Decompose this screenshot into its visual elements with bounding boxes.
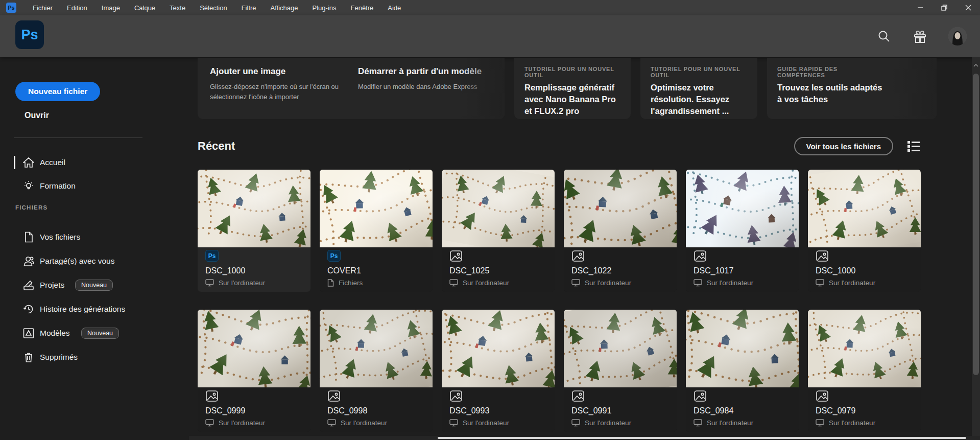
start-template-subtitle: Modifier un modèle dans Adobe Express [358,82,496,92]
vertical-scrollbar[interactable] [972,57,980,440]
file-card-dsc-0993-8[interactable]: DSC_0993 Sur l'ordinateur [442,310,555,432]
menu-texte[interactable]: Texte [164,0,190,15]
file-name: DSC_0979 [816,406,913,415]
tutorial-card-generative-fill[interactable]: TUTORIEL POUR UN NOUVEL OUTIL Remplissag… [514,58,631,119]
restore-icon [941,5,947,11]
file-location: Sur l'ordinateur [205,419,303,427]
menu-plug-ins[interactable]: Plug-ins [307,0,342,15]
menu-calque[interactable]: Calque [129,0,160,15]
file-card-dsc-0979-11[interactable]: DSC_0979 Sur l'ordinateur [808,310,921,432]
new-file-button[interactable]: Nouveau fichier [15,82,100,101]
menu-affichage[interactable]: Affichage [266,0,303,15]
file-location: Fichiers [327,279,425,287]
whats-new-gift-icon[interactable] [913,29,927,43]
file-location: Sur l'ordinateur [327,419,425,427]
cloud-document-icon [327,279,334,287]
sidebar-item-accueil[interactable]: Accueil [0,152,174,173]
file-location: Sur l'ordinateur [816,419,913,427]
view-all-files-button[interactable]: Voir tous les fichiers [794,137,893,155]
sidebar-item-histoire-des-generations[interactable]: Histoire des générations [0,299,174,319]
computer-icon [449,279,458,287]
thumbnail-image [564,170,677,247]
file-card-dsc-1000-5[interactable]: DSC_1000 Sur l'ordinateur [808,170,921,292]
menu-filtre[interactable]: Filtre [236,0,261,15]
menu-image[interactable]: Image [97,0,125,15]
menu-edition[interactable]: Edition [62,0,92,15]
file-thumbnail [564,170,677,247]
file-thumbnail [808,310,921,387]
sidebar-item-vos-fichiers[interactable]: Vos fichiers [0,227,174,247]
sidebar-item-formation[interactable]: Formation [0,176,174,196]
computer-icon [816,279,824,287]
file-location: Sur l'ordinateur [571,419,669,427]
image-file-icon [816,390,829,402]
file-location: Sur l'ordinateur [449,419,547,427]
add-image-subtitle: Glissez-déposez n'importe où sur l'écran… [210,82,356,102]
file-card-dsc-1025-2[interactable]: DSC_1025 Sur l'ordinateur [442,170,555,292]
scroll-up-arrow-icon[interactable] [972,61,980,70]
horizontal-scrollbar-thumb[interactable] [438,437,966,439]
menu-fenetre[interactable]: Fenêtre [346,0,379,15]
vertical-scrollbar-thumb[interactable] [973,74,979,375]
file-card-dsc-1017-4[interactable]: DSC_1017 Sur l'ordinateur [686,170,799,292]
file-card-cover1-1[interactable]: Ps COVER1 Fichiers [320,170,433,292]
file-thumbnail [320,170,433,247]
file-name: DSC_1000 [816,266,913,275]
close-icon [965,5,971,11]
file-card-dsc-1022-3[interactable]: DSC_1022 Sur l'ordinateur [564,170,677,292]
quick-skills-guide-card[interactable]: GUIDE RAPIDE DES COMPÉTENCES Trouvez les… [767,58,937,119]
file-card-dsc-0991-9[interactable]: DSC_0991 Sur l'ordinateur [564,310,677,432]
add-image-card[interactable]: Ajouter une image Glissez-déposez n'impo… [198,58,505,119]
account-avatar[interactable] [948,27,967,45]
sidebar-item-projets[interactable]: Projets Nouveau [0,275,174,295]
recent-title: Récent [198,140,235,153]
image-file-icon [571,250,585,262]
sidebar-item-modeles[interactable]: Modèles Nouveau [0,323,174,343]
list-view-icon[interactable] [906,139,921,153]
file-name: DSC_0991 [571,406,669,415]
minimize-button[interactable] [908,0,932,15]
close-button[interactable] [956,0,980,15]
sidebar-item-partages-avec-vous[interactable]: Partagé(s) avec vous [0,251,174,271]
file-name: DSC_1022 [571,266,669,275]
file-card-dsc-0999-6[interactable]: DSC_0999 Sur l'ordinateur [198,310,310,432]
recent-files-grid: Ps DSC_1000 Sur l'ordinateur Ps CO [198,170,921,432]
start-from-template-card[interactable]: Démarrer à partir d'un modèle Modifier u… [358,66,496,92]
file-location: Sur l'ordinateur [449,279,547,287]
computer-icon [816,419,824,427]
sidebar-divider [14,137,142,138]
thumbnail-image [808,170,921,247]
recent-section-header: Récent Voir tous les fichiers [198,135,921,157]
image-file-icon [694,390,707,402]
sidebar-item-supprimes[interactable]: Supprimés [0,347,174,367]
image-file-icon [449,250,463,262]
thumbnail-image [686,170,799,247]
lightbulb-icon [23,180,34,192]
menu-fichier[interactable]: Fichier [28,0,58,15]
file-thumbnail [320,310,433,387]
computer-icon [694,419,702,427]
open-button[interactable]: Ouvrir [25,111,49,120]
tutorial-card-upscale[interactable]: TUTORIEL POUR UN NOUVEL OUTIL Optimisez … [640,58,757,119]
menu-aide[interactable]: Aide [383,0,406,15]
menu-selection[interactable]: Sélection [195,0,232,15]
restore-button[interactable] [932,0,956,15]
file-thumbnail [686,170,799,247]
minimize-icon [917,5,923,11]
horizontal-scrollbar[interactable] [189,436,980,440]
file-card-dsc-0998-7[interactable]: DSC_0998 Sur l'ordinateur [320,310,433,432]
main-content: Ajouter une image Glissez-déposez n'impo… [198,57,972,440]
sidebar: Nouveau fichier Ouvrir Accueil Formation… [0,57,189,440]
thumbnail-image [320,310,433,387]
search-icon[interactable] [877,29,891,43]
file-thumbnail [442,170,555,247]
menu-bar: FichierEditionImageCalqueTexteSélectionF… [28,0,406,15]
ps-file-badge: Ps [205,250,219,262]
thumbnail-image [442,170,555,247]
computer-icon [327,419,336,427]
thumbnail-image [686,310,799,387]
file-card-dsc-0984-10[interactable]: DSC_0984 Sur l'ordinateur [686,310,799,432]
file-card-dsc-1000-0[interactable]: Ps DSC_1000 Sur l'ordinateur [198,170,310,292]
files-section-label: FICHIERS [15,204,47,211]
thumbnail-image [442,310,555,387]
